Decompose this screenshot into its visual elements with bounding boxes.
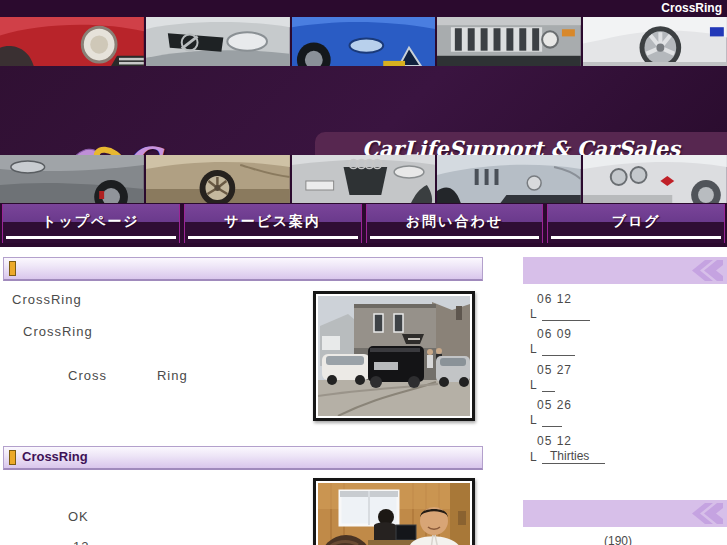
branch-prefix: L xyxy=(530,307,542,321)
double-chevron-left-icon xyxy=(681,260,723,281)
sidebar-entry: 05 12 LThirties xyxy=(530,434,725,464)
entry-date: 06 12 xyxy=(530,292,725,306)
section-header-2: CrossRing xyxy=(3,446,483,470)
branch-prefix: L xyxy=(530,413,542,427)
car-photo-peugeot xyxy=(437,155,581,203)
nav-label: トップページ xyxy=(3,204,179,231)
gold-accent-icon xyxy=(9,261,16,276)
section-header-1 xyxy=(3,257,483,281)
nav-label: サービス案内 xyxy=(185,204,361,231)
header-band: Cross Ring CarLifeSupport & CarSales カーラ… xyxy=(0,66,727,155)
entry-date: 05 27 xyxy=(530,363,725,377)
nav-blog[interactable]: ブログ xyxy=(547,204,725,243)
section-title: CrossRing xyxy=(22,449,88,464)
content-line: CrossRing xyxy=(23,324,93,339)
sidebar-header-1 xyxy=(523,257,727,284)
car-photo-silver-volvo xyxy=(146,17,290,66)
car-photo-hummer xyxy=(437,17,581,66)
branch-prefix: L xyxy=(530,450,542,464)
entry-date: 06 09 xyxy=(530,327,725,341)
car-photo-red-mini xyxy=(0,17,144,66)
car-photo-corvette xyxy=(583,155,727,203)
topbar-brand: CrossRing xyxy=(661,1,722,15)
content-line-cutoff: 12 xyxy=(73,539,89,545)
dealership-photo xyxy=(313,291,475,421)
car-photo-strip-bottom xyxy=(0,155,727,204)
office-photo xyxy=(313,478,475,545)
nav-label: ブログ xyxy=(548,204,724,231)
content-line: OK xyxy=(68,509,89,524)
sidebar-entry: 05 26 L xyxy=(530,398,725,427)
car-photo-strip-top xyxy=(0,17,727,67)
entry-link[interactable]: Thirties xyxy=(542,449,605,464)
sidebar-entry: 06 12 L xyxy=(530,292,725,321)
nav-label: お問い合わせ xyxy=(367,204,543,231)
entry-date: 05 26 xyxy=(530,398,725,412)
car-photo-blue-alfa xyxy=(292,17,436,66)
entry-link[interactable] xyxy=(542,308,590,321)
double-chevron-left-icon xyxy=(681,503,723,524)
car-photo-bmw-side xyxy=(146,155,290,203)
nav-contact[interactable]: お問い合わせ xyxy=(366,204,544,243)
car-photo-audi-tt xyxy=(292,155,436,203)
crossring-homepage: CrossRing xyxy=(0,0,727,545)
sidebar-entry: 05 27 L xyxy=(530,363,725,392)
entry-date: 05 12 xyxy=(530,434,725,448)
entry-link[interactable] xyxy=(542,343,575,356)
gold-accent-icon xyxy=(9,450,16,465)
car-photo-white-audi xyxy=(583,17,727,66)
branch-prefix: L xyxy=(530,378,542,392)
entry-link[interactable] xyxy=(542,414,562,427)
sidebar-header-2 xyxy=(523,500,727,527)
entry-link[interactable] xyxy=(542,379,555,392)
topbar: CrossRing xyxy=(0,0,727,17)
branch-prefix: L xyxy=(530,342,542,356)
content-line: CrossRing xyxy=(12,292,82,307)
nav-top-page[interactable]: トップページ xyxy=(2,204,180,243)
content-line: CrossRing xyxy=(68,368,188,383)
sidebar-entry: 06 09 L xyxy=(530,327,725,356)
entry-count: (190) xyxy=(604,534,632,545)
main-nav: トップページ サービス案内 お問い合わせ ブログ xyxy=(0,203,727,247)
nav-service-guide[interactable]: サービス案内 xyxy=(184,204,362,243)
car-photo-porsche-cayenne xyxy=(0,155,144,203)
